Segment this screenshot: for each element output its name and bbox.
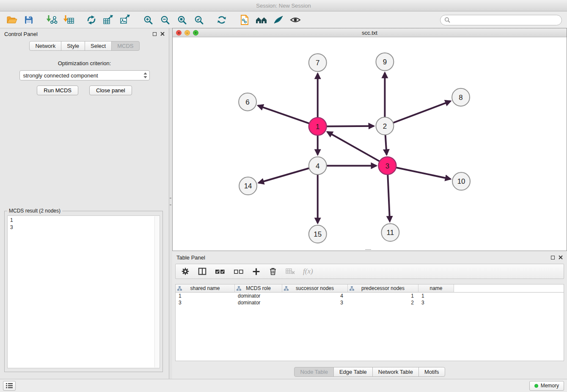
delete-column-button[interactable] — [268, 267, 278, 276]
column-header-successor-nodes[interactable]: successor nodes — [282, 284, 348, 293]
network-graph[interactable]: 7968124314101511 — [173, 38, 567, 251]
graph-edge[interactable] — [396, 168, 451, 179]
table-settings-button[interactable] — [181, 267, 190, 276]
graph-node-9[interactable]: 9 — [376, 53, 394, 71]
show-hide-button[interactable] — [289, 13, 302, 27]
column-label: shared name — [190, 285, 220, 291]
tab-mcds[interactable]: MCDS — [111, 41, 139, 51]
unchecked-boxes-icon — [233, 267, 244, 276]
graph-node-2[interactable]: 2 — [376, 117, 394, 135]
header-filler — [454, 284, 564, 293]
home-button[interactable] — [255, 13, 268, 27]
search-input[interactable] — [452, 17, 558, 23]
graph-node-4[interactable]: 4 — [309, 157, 327, 174]
task-list-icon — [6, 383, 13, 389]
graph-edge[interactable] — [259, 168, 309, 183]
save-session-button[interactable] — [22, 13, 36, 27]
node-label: 15 — [314, 230, 322, 238]
zoom-window-button[interactable]: + — [193, 30, 198, 36]
float-panel-icon[interactable] — [153, 32, 157, 36]
network-canvas[interactable]: 7968124314101511 — [173, 38, 567, 251]
import-network-button[interactable] — [45, 13, 58, 27]
column-header-shared-name[interactable]: shared name — [176, 284, 235, 293]
graph-node-15[interactable]: 15 — [309, 225, 327, 243]
graph-node-1[interactable]: 1 — [309, 118, 327, 135]
style-button[interactable] — [272, 13, 285, 27]
refresh-layout-button[interactable] — [215, 13, 228, 27]
memory-label: Memory — [541, 383, 559, 389]
import-table-button[interactable] — [62, 13, 75, 27]
graph-edge[interactable] — [258, 105, 309, 123]
tab-select[interactable]: Select — [85, 41, 112, 51]
save-icon — [24, 15, 34, 25]
table-row[interactable]: 1 dominator 4 1 1 — [176, 293, 564, 299]
graph-edge[interactable] — [388, 174, 390, 221]
graph-edge[interactable] — [327, 132, 380, 161]
cell-predecessor-nodes: 2 — [348, 300, 418, 306]
graph-node-7[interactable]: 7 — [309, 54, 327, 72]
memory-status-icon — [534, 384, 538, 388]
create-column-button[interactable] — [252, 267, 261, 276]
curved-arrows-icon — [86, 14, 97, 25]
show-columns-button[interactable] — [198, 267, 207, 276]
graph-node-11[interactable]: 11 — [381, 224, 399, 241]
graph-edge[interactable] — [393, 101, 451, 123]
memory-button[interactable]: Memory — [529, 381, 564, 391]
window-resize-grip[interactable] — [365, 249, 371, 251]
tab-edge-table[interactable]: Edge Table — [333, 367, 373, 377]
float-table-panel-icon[interactable] — [551, 256, 555, 259]
tab-network-table[interactable]: Network Table — [372, 367, 419, 377]
panel-splitter[interactable] — [169, 28, 172, 379]
cell-mcds-role: dominator — [235, 293, 282, 299]
table-panel-title: Table Panel — [176, 254, 205, 261]
task-history-button[interactable] — [3, 381, 16, 391]
trash-icon — [268, 267, 278, 276]
tab-motifs[interactable]: Motifs — [418, 367, 445, 377]
stepper-arrows-icon — [143, 72, 148, 79]
mcds-result-box[interactable]: 1 3 — [7, 215, 160, 368]
tab-style[interactable]: Style — [61, 41, 85, 51]
graph-node-14[interactable]: 14 — [239, 177, 257, 195]
import-group — [45, 13, 75, 27]
houses-icon — [255, 15, 268, 25]
graph-edge[interactable] — [327, 126, 374, 127]
column-header-predecessor-nodes[interactable]: predecessor nodes — [348, 284, 418, 293]
select-all-columns-button[interactable] — [215, 267, 226, 276]
tab-node-table[interactable]: Node Table — [294, 367, 334, 377]
result-scrollbar[interactable] — [154, 216, 159, 367]
graph-node-6[interactable]: 6 — [239, 93, 256, 111]
zoom-selected-button[interactable] — [192, 13, 206, 27]
zoom-fit-button[interactable] — [175, 13, 189, 27]
folder-open-icon — [6, 15, 18, 25]
network-arrows-button[interactable] — [85, 13, 98, 27]
minimize-window-button[interactable]: − — [184, 30, 190, 36]
open-session-button[interactable] — [5, 13, 19, 27]
graph-node-10[interactable]: 10 — [452, 172, 470, 190]
graph-edge[interactable] — [385, 135, 387, 155]
column-header-name[interactable]: name — [418, 284, 454, 293]
zoom-in-button[interactable] — [141, 13, 155, 27]
close-panel-icon[interactable] — [160, 32, 165, 36]
zoom-out-button[interactable] — [158, 13, 172, 27]
tab-network[interactable]: Network — [29, 41, 61, 51]
cell-shared-name: 1 — [176, 293, 235, 299]
cell-shared-name: 3 — [176, 300, 235, 306]
unselect-all-columns-button[interactable] — [233, 267, 244, 276]
run-mcds-button[interactable]: Run MCDS — [37, 86, 78, 95]
table-row[interactable]: 3 dominator 3 2 3 — [176, 299, 564, 306]
export-table-button[interactable] — [102, 13, 115, 27]
node-label: 1 — [316, 123, 319, 131]
plus-icon — [252, 267, 261, 276]
cell-mcds-role: dominator — [235, 300, 282, 306]
close-window-button[interactable]: ✕ — [176, 30, 182, 36]
close-panel-button[interactable]: Close panel — [89, 86, 132, 95]
graph-node-8[interactable]: 8 — [452, 88, 470, 106]
export-network-button[interactable] — [238, 13, 251, 27]
optimization-criterion-select[interactable]: strongly connected component — [19, 70, 150, 80]
close-table-panel-icon[interactable] — [559, 255, 563, 259]
export-image-button[interactable] — [118, 13, 132, 27]
node-label: 4 — [316, 162, 319, 170]
column-header-mcds-role[interactable]: MCDS role — [235, 284, 282, 293]
graph-node-3[interactable]: 3 — [378, 157, 396, 174]
node-label: 10 — [457, 177, 465, 185]
